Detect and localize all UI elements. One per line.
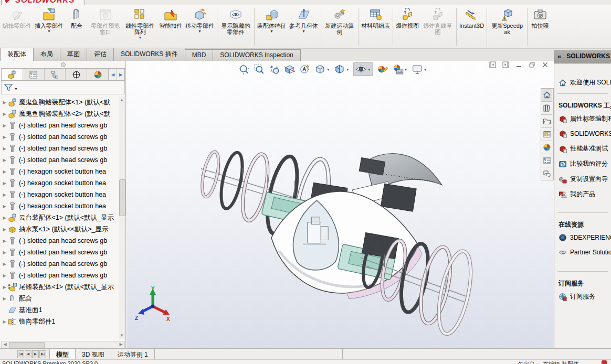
tree-item[interactable]: ▶魔鬼鱼胸鳍装配体<1> (默认<默 <box>1 97 119 108</box>
model-tab[interactable]: 模型 <box>49 349 76 360</box>
tree-item[interactable]: ▶抽水泵<1> (默认<<默认>_显示 <box>1 223 119 235</box>
performance-benchmark-link[interactable]: 性能基准测试 <box>554 141 611 156</box>
component-preview-button[interactable]: 零部件预览窗口 <box>88 5 123 48</box>
tree-item[interactable]: ▶(-) slotted pan head screws gb <box>1 270 119 281</box>
partner-solutions-link[interactable]: Partner Solutions <box>554 245 611 260</box>
zoom-to-area-button[interactable] <box>254 63 265 75</box>
minimize-button[interactable] <box>515 61 522 68</box>
scroll-right-arrow[interactable]: ▶ <box>118 341 124 348</box>
welcome-link[interactable]: 欢迎使用 SOLIDWORKS <box>554 75 611 90</box>
configuration-manager-tab[interactable] <box>45 69 66 80</box>
take-snapshot-button[interactable]: 拍快照 <box>529 5 552 48</box>
tree-filter-bar[interactable]: ▼ <box>1 81 125 94</box>
update-speedpak-button[interactable]: 更新Speedpak <box>488 5 526 48</box>
forum-tab[interactable] <box>541 167 552 180</box>
exploded-view-button[interactable]: 爆炸视图 <box>394 5 420 48</box>
design-library-tab[interactable] <box>541 102 552 115</box>
custom-properties-tab[interactable] <box>541 154 552 167</box>
tree-item[interactable]: ▶(-) slotted pan head screws gb <box>1 143 119 154</box>
edit-appearance-button[interactable] <box>377 63 388 75</box>
tree-item[interactable]: ▶(-) slotted pan head screws gb <box>1 247 119 258</box>
my-products-link[interactable]: 我的产品 <box>554 187 611 202</box>
tree-item-mirror[interactable]: ▶镜向零部件1 <box>1 316 119 327</box>
smart-fasteners-button[interactable]: 智能扣件 <box>157 5 184 48</box>
view-settings-button[interactable]: ▼ <box>412 63 427 75</box>
mate-button[interactable]: 配合 <box>65 5 88 48</box>
model-3d-view[interactable] <box>127 61 554 348</box>
collapse-chevron-icon[interactable]: « <box>557 52 561 60</box>
compare-my-score-link[interactable]: 比较我的评分 <box>554 156 611 172</box>
tab-sketch[interactable]: 草图 <box>60 48 87 61</box>
tree-item[interactable]: ▶魔鬼鱼胸鳍装配体<2> (默认<默 <box>1 108 119 120</box>
bom-button[interactable]: 材料明细表 <box>360 5 392 48</box>
display-manager-tab[interactable] <box>87 69 109 80</box>
tree-item[interactable]: ▶(-) hexagon socket button hea <box>1 189 119 200</box>
tree-item[interactable]: ▶(-) slotted pan head screws gb <box>1 154 119 166</box>
next-tab-button[interactable]: ▶ <box>32 350 39 358</box>
tab-layout[interactable]: 布局 <box>33 48 60 61</box>
property-manager-tab[interactable] <box>23 69 45 80</box>
tree-item[interactable]: ▶(-) slotted pan head screws gb <box>1 120 119 131</box>
3d-views-tab[interactable]: 3D 视图 <box>76 349 111 360</box>
tree-item[interactable]: ▶(-) slotted pan head screws gb <box>1 131 119 143</box>
subscription-services-link[interactable]: 订阅服务 <box>554 289 611 304</box>
explode-line-sketch-button[interactable]: 爆炸直线草图 <box>420 5 455 48</box>
dynamic-annotation-views-button[interactable] <box>299 63 311 75</box>
scroll-up-arrow[interactable]: ▲ <box>119 97 125 103</box>
pane-right-button[interactable] <box>502 61 509 68</box>
last-tab-button[interactable]: ▶| <box>39 350 46 358</box>
section-view-button[interactable] <box>284 63 296 75</box>
scrollbar-thumb[interactable] <box>9 342 45 348</box>
linear-pattern-button[interactable]: 线性零部件阵列 ▼ <box>123 5 157 48</box>
tree-item[interactable]: ▶尾鳍装配体<1> (默认<默认_显示 <box>1 281 119 293</box>
copy-settings-wizard-link[interactable]: 复制设置向导 <box>554 172 611 187</box>
scroll-left-arrow[interactable]: ◀ <box>2 341 8 348</box>
fm-tab-scroll-left[interactable]: ◀ <box>109 69 117 80</box>
previous-tab-button[interactable]: ◀ <box>25 350 31 358</box>
tree-item[interactable]: ▶(-) hexagon socket button hea <box>1 166 119 177</box>
solidworks-resources-tab[interactable] <box>541 89 552 102</box>
tree-item-plane[interactable]: 基准面1 <box>1 304 119 316</box>
tree-item[interactable]: ▶(-) hexagon socket button hea <box>1 200 119 212</box>
motion-study-tab[interactable]: 运动算例 1 <box>111 349 155 360</box>
view-orientation-button[interactable]: ▼ <box>314 63 330 75</box>
solidworks-rx-link[interactable]: SOLIDWORKS Rx <box>554 126 611 141</box>
tree-item[interactable]: ▶(-) slotted pan head screws gb <box>1 235 119 247</box>
dimxpert-manager-tab[interactable] <box>66 69 87 80</box>
scroll-down-arrow[interactable]: ▼ <box>119 332 125 339</box>
tree-item[interactable]: ▶云台装配体<1> (默认<默认_显示 <box>1 212 119 223</box>
graphics-viewport[interactable]: ▼ ▼ ▼ ▼ ▼ Y X Z <box>127 61 554 348</box>
show-hidden-components-button[interactable]: 显示隐藏的零部件 <box>218 5 253 48</box>
move-component-button[interactable]: 移动零部件 ▼ <box>184 5 216 48</box>
insert-component-button[interactable]: 插入零部件 ▼ <box>33 5 65 48</box>
display-style-button[interactable]: ▼ <box>334 63 350 75</box>
design-tree-tab[interactable] <box>2 69 23 80</box>
instant3d-button[interactable]: Instant3D <box>458 5 486 48</box>
reference-geometry-button[interactable]: 参考几何体 ▼ <box>288 5 320 48</box>
assembly-features-button[interactable]: 装配体特征 ▼ <box>256 5 288 48</box>
3dexperience-link[interactable]: 3DEXPERIENCE Marketplace <box>554 230 611 245</box>
tree-item[interactable]: ▶(-) slotted pan head screws gb <box>1 258 119 270</box>
tree-vertical-scrollbar[interactable]: ▲ ▼ <box>119 97 125 339</box>
tab-assembly[interactable]: 装配体 <box>0 48 34 61</box>
tree-horizontal-scrollbar[interactable]: ◀ ▶ <box>1 341 125 348</box>
new-motion-study-button[interactable]: 新建运动算例 <box>322 5 357 48</box>
fm-tab-scroll-right[interactable]: ▶ <box>117 69 124 80</box>
tab-mbd[interactable]: MBD <box>185 49 214 61</box>
tree-item[interactable]: ▶(-) hexagon socket button hea <box>1 177 119 189</box>
edit-component-button[interactable]: 编辑零部件 <box>1 5 33 48</box>
zoom-to-fit-button[interactable] <box>238 63 250 75</box>
tab-addins[interactable]: SOLIDWORKS 插件 <box>113 48 185 61</box>
restore-button[interactable] <box>529 61 535 68</box>
hide-show-items-button[interactable]: ▼ <box>353 62 373 76</box>
scrollbar-thumb[interactable] <box>119 179 125 216</box>
apply-scene-button[interactable]: ▼ <box>392 63 408 75</box>
file-explorer-tab[interactable] <box>541 115 552 128</box>
panel-splitter-handle[interactable] <box>61 62 66 67</box>
tab-inspection[interactable]: SOLIDWORKS Inspection <box>213 49 300 61</box>
close-button[interactable] <box>542 61 549 68</box>
appearances-tab[interactable] <box>541 141 552 154</box>
previous-view-button[interactable] <box>269 63 280 75</box>
tab-evaluate[interactable]: 评估 <box>87 48 114 61</box>
view-palette-tab[interactable] <box>541 128 552 141</box>
